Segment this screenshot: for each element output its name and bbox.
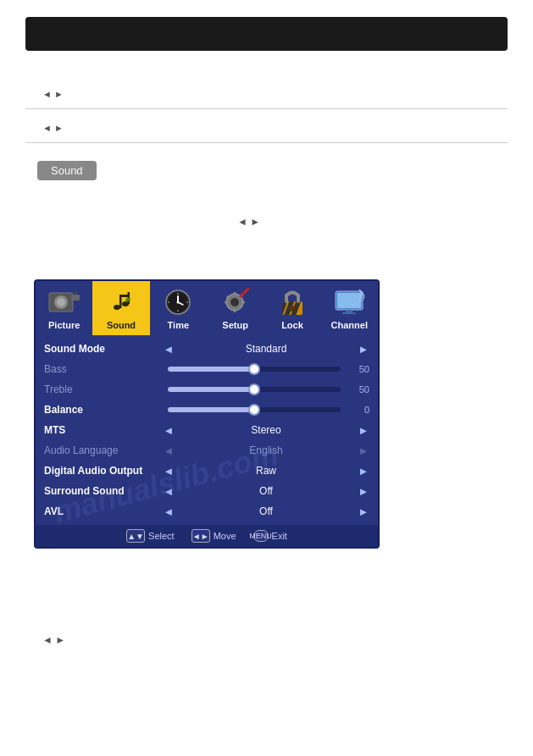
tab-setup[interactable]: Setup	[207, 281, 264, 335]
audio-lang-label: Audio Language	[44, 444, 163, 456]
balance-slider-thumb[interactable]	[248, 404, 260, 416]
surround-label: Surround Sound	[44, 485, 163, 497]
svg-line-30	[241, 295, 242, 296]
channel-icon	[330, 286, 368, 318]
bass-value: 50	[349, 364, 369, 374]
balance-slider-track[interactable]	[168, 407, 341, 412]
svg-rect-40	[337, 293, 361, 308]
tab-picture[interactable]: Picture	[36, 281, 92, 335]
avl-right-arrow[interactable]: ►	[358, 505, 369, 518]
bass-control[interactable]: 50	[163, 364, 369, 374]
move-label: Move	[214, 531, 236, 541]
svg-rect-24	[233, 309, 236, 312]
svg-rect-3	[71, 295, 80, 301]
bass-slider-track[interactable]	[168, 367, 341, 372]
up-down-button: ▲▼	[126, 529, 145, 543]
treble-control[interactable]: 50	[163, 384, 369, 395]
mts-left-arrow[interactable]: ◄	[163, 424, 175, 437]
tab-channel[interactable]: Channel	[321, 281, 378, 335]
tab-picture-label: Picture	[48, 320, 80, 330]
nav-arrow-1: ◄ ►	[42, 89, 64, 99]
setting-row-digital-audio: Digital Audio Output ◄ Raw ►	[36, 461, 378, 481]
tab-setup-label: Setup	[222, 320, 248, 330]
mts-right-arrow[interactable]: ►	[358, 424, 369, 437]
sound-mode-right-arrow[interactable]: ►	[358, 343, 369, 356]
svg-point-6	[114, 305, 120, 310]
surround-value: Off	[175, 485, 358, 497]
sound-mode-left-arrow[interactable]: ◄	[163, 343, 175, 356]
audio-lang-control: ◄ English ►	[163, 444, 369, 457]
tab-lock[interactable]: Lock	[264, 281, 320, 335]
nav-row-1: ◄ ►	[42, 89, 64, 99]
svg-rect-26	[242, 301, 245, 304]
balance-label: Balance	[44, 404, 163, 416]
treble-slider-thumb[interactable]	[248, 384, 260, 395]
sound-mode-control: ◄ Standard ►	[163, 343, 369, 356]
svg-rect-42	[342, 312, 356, 314]
surround-left-arrow[interactable]: ◄	[163, 485, 175, 498]
bottom-controls-bar: ▲▼ Select ◄► Move MENU Exit	[36, 525, 378, 547]
balance-value: 0	[349, 405, 369, 415]
avl-left-arrow[interactable]: ◄	[163, 505, 175, 518]
audio-lang-value: English	[175, 444, 358, 456]
svg-point-16	[177, 301, 180, 304]
setting-row-audio-lang: Audio Language ◄ English ►	[36, 440, 378, 461]
move-control: ◄► Move	[192, 529, 236, 543]
lock-icon	[274, 286, 311, 318]
surround-right-arrow[interactable]: ►	[358, 485, 369, 498]
surround-control: ◄ Off ►	[163, 485, 369, 498]
sound-label: Sound	[37, 161, 97, 180]
tab-channel-label: Channel	[331, 320, 368, 330]
exit-label: Exit	[272, 531, 287, 541]
digital-audio-value: Raw	[175, 465, 358, 477]
picture-icon	[46, 286, 83, 318]
sound-mode-label: Sound Mode	[44, 343, 163, 355]
center-arrow-indicator: ◄ ►	[237, 216, 260, 228]
svg-rect-8	[119, 295, 128, 297]
svg-rect-38	[291, 308, 293, 312]
mts-control: ◄ Stereo ►	[163, 424, 369, 437]
svg-point-2	[57, 298, 65, 306]
tab-time-label: Time	[168, 320, 189, 330]
avl-value: Off	[175, 505, 358, 517]
select-control: ▲▼ Select	[126, 529, 175, 543]
digital-audio-right-arrow[interactable]: ►	[358, 465, 369, 477]
setting-row-avl: AVL ◄ Off ►	[36, 501, 378, 521]
avl-label: AVL	[44, 505, 163, 517]
nav-row-2: ◄ ►	[42, 123, 64, 133]
digital-audio-control: ◄ Raw ►	[163, 465, 369, 477]
bass-slider-fill	[168, 367, 254, 372]
digital-audio-left-arrow[interactable]: ◄	[163, 465, 175, 477]
time-icon	[159, 286, 197, 318]
setup-icon	[217, 286, 254, 318]
bass-slider-thumb[interactable]	[248, 363, 260, 375]
tab-sound-label: Sound	[107, 320, 136, 330]
tab-time[interactable]: Time	[150, 281, 207, 335]
balance-control[interactable]: 0	[163, 405, 369, 415]
setting-row-mts: MTS ◄ Stereo ►	[36, 420, 378, 440]
sound-icon	[103, 286, 140, 318]
audio-lang-right-arrow: ►	[358, 444, 369, 457]
settings-area: Sound Mode ◄ Standard ► Bass 50 Treble	[36, 335, 378, 525]
divider-1	[25, 108, 508, 109]
setting-row-bass: Bass 50	[36, 359, 378, 379]
sound-mode-value: Standard	[175, 343, 358, 355]
svg-rect-25	[225, 301, 228, 304]
exit-control: MENU Exit	[253, 530, 287, 542]
treble-value: 50	[349, 384, 369, 395]
tab-bar: Picture Sound	[36, 281, 378, 335]
menu-button[interactable]: MENU	[253, 530, 269, 542]
setting-row-treble: Treble 50	[36, 379, 378, 400]
tab-sound[interactable]: Sound	[92, 281, 149, 335]
treble-slider-track[interactable]	[168, 387, 341, 392]
mts-value: Stereo	[175, 424, 358, 436]
setting-row-sound-mode: Sound Mode ◄ Standard ►	[36, 339, 378, 359]
bottom-nav-arrow: ◄ ►	[42, 634, 65, 646]
tab-lock-label: Lock	[281, 320, 303, 330]
balance-slider-fill	[168, 407, 254, 412]
mts-label: MTS	[44, 424, 163, 436]
tv-menu-panel: Picture Sound	[34, 279, 380, 549]
svg-point-22	[230, 298, 239, 306]
nav-arrow-2: ◄ ►	[42, 123, 64, 133]
digital-audio-label: Digital Audio Output	[44, 465, 163, 477]
